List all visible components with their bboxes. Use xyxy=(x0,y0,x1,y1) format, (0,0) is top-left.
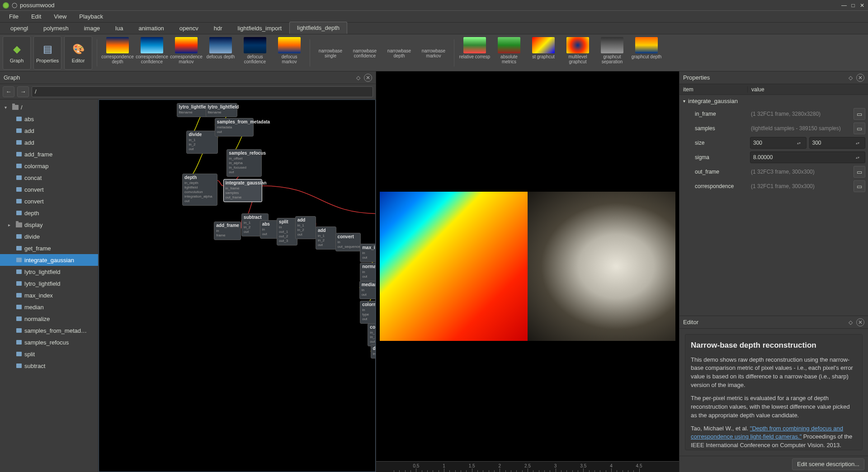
tree-root[interactable]: ▾/ xyxy=(0,101,98,113)
graph-node-lytro_lightfield[interactable]: lytro_lightfieldfilename xyxy=(206,103,237,117)
graph-node-colormap[interactable]: colormapintypeout xyxy=(360,301,376,324)
sample-narrowbase-depth[interactable]: narrowbase depth xyxy=(383,36,415,70)
graph-node-lytro_lightfield[interactable]: lytro_lightfieldfilename xyxy=(177,103,208,117)
sample-defocus-confidence[interactable]: defocus confidence xyxy=(239,36,271,70)
tree-item-integrate_gaussian[interactable]: integrate_gaussian xyxy=(0,254,98,266)
spinner-icon[interactable]: ▴▾ xyxy=(856,141,862,145)
sample-correspondence-depth[interactable]: correspondence depth xyxy=(102,36,133,70)
tab-lightfields_import[interactable]: lightfields_import xyxy=(230,22,290,34)
sample-st-graphcut[interactable]: st graphcut xyxy=(528,36,559,70)
tool-editor[interactable]: 🎨Editor xyxy=(64,36,92,70)
property-expand-button[interactable]: ▭ xyxy=(854,180,865,192)
sample-defocus-depth[interactable]: defocus depth xyxy=(205,36,236,70)
tab-hdr[interactable]: hdr xyxy=(206,22,230,34)
tree-item-median[interactable]: median xyxy=(0,301,98,313)
panel-close-icon[interactable]: ✕ xyxy=(856,318,864,326)
panel-close-icon[interactable]: ✕ xyxy=(364,74,372,82)
tree-item-max_index[interactable]: max_index xyxy=(0,289,98,301)
tab-opengl[interactable]: opengl xyxy=(3,22,36,34)
tree-item-add[interactable]: add xyxy=(0,125,98,137)
sample-correspondence-confidence[interactable]: correspondence confidence xyxy=(136,36,168,70)
tab-animation[interactable]: animation xyxy=(131,22,171,34)
nav-back-button[interactable]: ← xyxy=(3,86,14,97)
sample-correspondence-markov[interactable]: correspondence markov xyxy=(170,36,202,70)
property-expand-button[interactable]: ▭ xyxy=(854,166,865,178)
nav-forward-button[interactable]: → xyxy=(17,86,29,97)
graph-node-normalize[interactable]: normalizeinout xyxy=(360,263,376,281)
sample-defocus-markov[interactable]: defocus markov xyxy=(274,36,305,70)
tab-lightfields_depth[interactable]: lightfields_depth xyxy=(289,22,347,34)
tree-item-convert[interactable]: convert xyxy=(0,195,98,207)
sample-graphcut-separation[interactable]: graphcut separation xyxy=(596,36,628,70)
tree-item-convert[interactable]: convert xyxy=(0,184,98,195)
sample-graphcut-depth[interactable]: graphcut depth xyxy=(631,36,662,70)
menu-playback[interactable]: Playback xyxy=(73,11,109,22)
property-expand-button[interactable]: ▭ xyxy=(854,123,865,134)
sample-multilevel-graphcut[interactable]: multilevel graphcut xyxy=(562,36,594,70)
sample-relative-corresp[interactable]: relative corresp xyxy=(459,36,491,70)
tool-properties[interactable]: ▤Properties xyxy=(33,36,61,70)
tool-graph[interactable]: ◆Graph xyxy=(3,36,31,70)
graph-node-depth[interactable]: depthin_depthlightfieldconvolutionintegr… xyxy=(182,174,217,206)
graph-node-integrate_gaussian[interactable]: integrate_gaussianin_framesamplesout_fra… xyxy=(223,179,262,202)
tree-item-samples_refocus[interactable]: samples_refocus xyxy=(0,336,98,348)
edit-scene-description-button[interactable]: Edit scene description... xyxy=(792,458,864,470)
property-input-size[interactable]: 300▴▾ xyxy=(750,137,807,149)
graph-node-split[interactable]: splitinout_1out_2out_3 xyxy=(277,218,297,245)
tree-item-normalize[interactable]: normalize xyxy=(0,313,98,325)
panel-close-icon[interactable]: ✕ xyxy=(856,74,864,82)
tab-lua[interactable]: lua xyxy=(108,22,131,34)
tree-item-colormap[interactable]: colormap xyxy=(0,160,98,172)
graph-node-abs[interactable]: absinout xyxy=(260,220,278,239)
graph-node-max_index[interactable]: max_indexinout xyxy=(360,244,376,262)
tree-item-split[interactable]: split xyxy=(0,348,98,360)
tree-item-divide[interactable]: divide xyxy=(0,231,98,242)
timeline[interactable]: 0.511.522.533.544.5 xyxy=(376,461,679,472)
property-group[interactable]: ▾ integrate_gaussian xyxy=(679,95,868,107)
graph-node-median[interactable]: medianinout xyxy=(359,281,376,299)
graph-node-samples_from_metadata[interactable]: samples_from_metadatametadataout xyxy=(215,118,254,137)
sample-narrowbase-markov[interactable]: narrowbase markov xyxy=(418,36,449,70)
graph-node-concat[interactable]: concatin_1in_2out xyxy=(368,323,376,346)
window-minimize-button[interactable]: — xyxy=(841,2,847,9)
graph-node-divide[interactable]: dividein_1in_2out xyxy=(186,131,218,154)
graph-node-samples_refocus[interactable]: samples_refocusin_offsetin_alphain_focus… xyxy=(226,149,262,177)
spinner-icon[interactable]: ▴▾ xyxy=(797,141,803,145)
tree-item-samples_from_metad[interactable]: samples_from_metad… xyxy=(0,325,98,336)
window-close-button[interactable]: ✕ xyxy=(859,2,865,9)
panel-detach-icon[interactable]: ◇ xyxy=(846,318,854,326)
sample-absolute-metrics[interactable]: absolute metrics xyxy=(493,36,525,70)
spinner-icon[interactable]: ▴▾ xyxy=(856,156,862,160)
sample-narrowbase-single[interactable]: narrowbase single xyxy=(315,36,346,70)
tab-opencv[interactable]: opencv xyxy=(172,22,206,34)
graph-node-add_frame[interactable]: add_frameinframe xyxy=(214,222,241,240)
window-maximize-button[interactable]: □ xyxy=(850,2,856,9)
graph-path-input[interactable] xyxy=(32,86,373,97)
tree-item-get_frame[interactable]: get_frame xyxy=(0,242,98,254)
property-expand-button[interactable]: ▭ xyxy=(854,108,865,120)
tree-item-lytro_lightfield[interactable]: lytro_lightfield xyxy=(0,266,98,278)
tree-item-abs[interactable]: abs xyxy=(0,113,98,125)
menu-file[interactable]: File xyxy=(3,11,25,22)
node-graph-canvas[interactable]: lytro_lightfieldfilenamelytro_lightfield… xyxy=(99,99,376,472)
property-input-size[interactable]: 300▴▾ xyxy=(809,137,866,149)
viewport[interactable] xyxy=(376,71,679,461)
tab-polymesh[interactable]: polymesh xyxy=(36,22,76,34)
tree-item-add_frame[interactable]: add_frame xyxy=(0,148,98,160)
menu-edit[interactable]: Edit xyxy=(25,11,47,22)
menu-view[interactable]: View xyxy=(47,11,73,22)
sample-narrowbase-confidence[interactable]: narrowbase confidence xyxy=(349,36,381,70)
tree-item-depth[interactable]: depth xyxy=(0,207,98,219)
graph-node-add[interactable]: addin_1in_2out xyxy=(295,216,316,239)
graph-node-add[interactable]: addin_1in_2out xyxy=(316,227,336,250)
tree-item-add[interactable]: add xyxy=(0,137,98,148)
property-input-sigma[interactable]: 8.00000▴▾ xyxy=(750,151,865,163)
panel-detach-icon[interactable]: ◇ xyxy=(846,74,854,82)
tree-item-display[interactable]: ▸display xyxy=(0,219,98,231)
tree-item-lytro_lightfield[interactable]: lytro_lightfield xyxy=(0,278,98,289)
graph-node-convert[interactable]: convertinout_sequence xyxy=(335,233,361,251)
tree-item-concat[interactable]: concat xyxy=(0,172,98,184)
panel-detach-icon[interactable]: ◇ xyxy=(354,74,362,82)
tab-image[interactable]: image xyxy=(76,22,108,34)
tree-item-subtract[interactable]: subtract xyxy=(0,360,98,372)
